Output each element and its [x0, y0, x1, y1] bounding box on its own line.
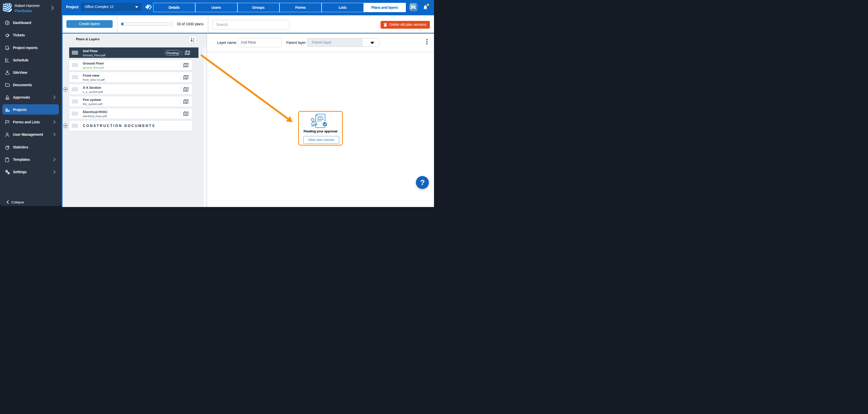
- svg-text:A: A: [193, 37, 194, 40]
- svg-text:Z: Z: [193, 40, 194, 43]
